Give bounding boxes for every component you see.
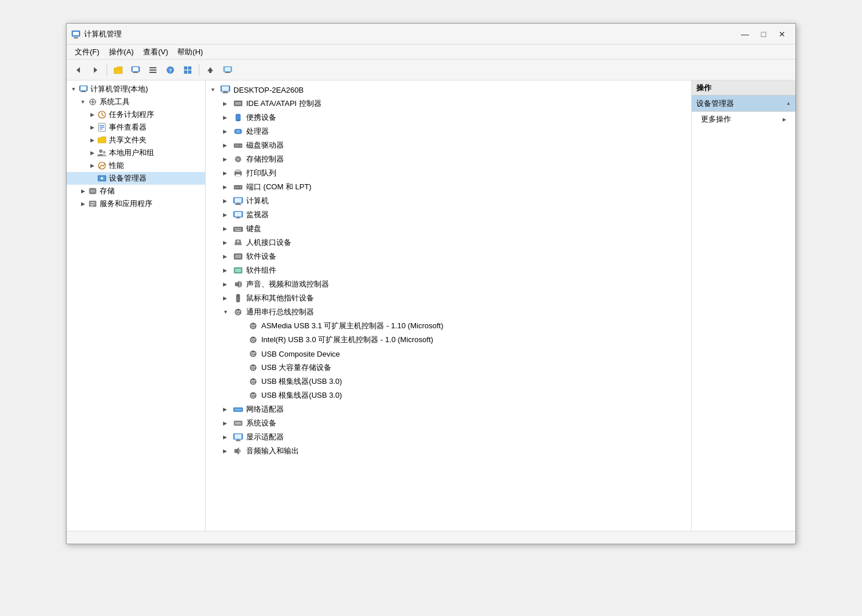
center-display[interactable]: ▶ 显示适配器 <box>206 430 691 444</box>
forward-button[interactable] <box>87 62 104 78</box>
root-expand-icon: ▼ <box>69 85 78 94</box>
disk-label: 磁盘驱动器 <box>246 140 284 151</box>
center-usb-composite[interactable]: USB Composite Device <box>206 347 691 361</box>
task-icon <box>97 109 107 120</box>
system-tools-expand: ▼ <box>78 97 87 107</box>
svg-point-41 <box>99 149 103 153</box>
sidebar-task-scheduler[interactable]: ▶ 任务计划程序 <box>67 108 205 121</box>
services-icon <box>87 199 98 209</box>
disk-expand: ▶ <box>223 142 231 148</box>
sidebar-storage[interactable]: ▶ 存储 <box>67 185 205 197</box>
svg-rect-98 <box>235 255 241 258</box>
svg-rect-126 <box>235 409 242 410</box>
center-root-label: DESKTOP-2EA260B <box>233 86 304 94</box>
svg-rect-90 <box>233 227 243 232</box>
svg-rect-54 <box>222 86 229 91</box>
center-mouse[interactable]: ▶ 鼠标和其他指针设备 <box>206 291 691 305</box>
sidebar-device-manager[interactable]: 设备管理器 <box>67 172 205 185</box>
toolbar-sep-2 <box>199 64 199 76</box>
center-cpu[interactable]: ▶ 处理器 <box>206 124 691 138</box>
keyboard-icon <box>232 223 244 234</box>
svg-rect-87 <box>235 212 242 217</box>
svg-marker-101 <box>235 281 239 288</box>
svg-rect-60 <box>237 120 239 121</box>
svg-rect-85 <box>235 204 241 206</box>
center-storage-ctrl[interactable]: ▶ 存储控制器 <box>206 152 691 166</box>
action-device-manager[interactable]: 设备管理器 ▲ <box>692 96 795 112</box>
center-usb-mass-storage[interactable]: USB 大容量存储设备 <box>206 361 691 375</box>
svg-point-108 <box>251 326 253 328</box>
center-usb-controller[interactable]: ▼ 通用串行总线控制器 <box>206 305 691 319</box>
center-system-devices[interactable]: ▶ 系统设备 <box>206 416 691 430</box>
svg-marker-20 <box>207 67 213 71</box>
action-more[interactable]: 更多操作 ▶ <box>692 112 795 127</box>
svg-rect-94 <box>240 228 241 229</box>
close-button[interactable]: ✕ <box>773 27 791 41</box>
menu-view[interactable]: 查看(V) <box>140 46 171 58</box>
sidebar-event-viewer[interactable]: ▶ 事件查看器 <box>67 121 205 134</box>
center-usb-hub-1[interactable]: USB 根集线器(USB 3.0) <box>206 375 691 388</box>
sidebar-local-users[interactable]: ▶ 本地用户和组 <box>67 146 205 159</box>
titlebar-controls: — □ ✕ <box>736 27 791 41</box>
svg-rect-12 <box>149 69 156 71</box>
sidebar-performance[interactable]: ▶ 性能 <box>67 159 205 172</box>
back-button[interactable] <box>70 62 86 78</box>
help-button[interactable]: ? <box>162 62 178 78</box>
svg-rect-3 <box>74 38 78 38</box>
svg-rect-51 <box>90 204 95 205</box>
computer-label: 计算机 <box>246 196 269 206</box>
svg-rect-121 <box>254 382 255 383</box>
center-root[interactable]: ▼ DESKTOP-2EA260B <box>206 83 691 97</box>
view-button[interactable] <box>180 62 196 78</box>
users-expand: ▶ <box>87 148 97 157</box>
minimize-button[interactable]: — <box>736 27 754 41</box>
svg-rect-55 <box>224 91 227 93</box>
asmedia-icon <box>247 320 259 332</box>
cpu-label: 处理器 <box>246 126 269 137</box>
center-portable[interactable]: ▶ 便携设备 <box>206 111 691 124</box>
svg-rect-39 <box>100 127 104 128</box>
svg-point-42 <box>103 151 106 154</box>
center-disk[interactable]: ▶ 磁盘驱动器 <box>206 138 691 152</box>
monitor-button[interactable] <box>220 62 236 78</box>
asmedia-label: ASMedia USB 3.1 可扩展主机控制器 - 1.10 (Microso… <box>261 321 443 331</box>
center-audio-io[interactable]: ▶ 音频输入和输出 <box>206 444 691 458</box>
center-audio[interactable]: ▶ 声音、视频和游戏控制器 <box>206 277 691 291</box>
center-monitor[interactable]: ▶ 监视器 <box>206 208 691 222</box>
titlebar: 计算机管理 — □ ✕ <box>67 24 795 45</box>
center-computer[interactable]: ▶ 计算机 <box>206 194 691 208</box>
svg-point-79 <box>235 187 236 188</box>
usb-hub1-icon <box>247 376 259 387</box>
display-label: 显示适配器 <box>246 432 284 442</box>
menu-action[interactable]: 操作(A) <box>105 46 137 58</box>
action-more-label: 更多操作 <box>701 114 731 124</box>
sw-device-label: 软件设备 <box>246 251 276 262</box>
center-ide[interactable]: ▶ IDE ATA/ATAPI 控制器 <box>206 97 691 111</box>
svg-rect-58 <box>235 102 241 105</box>
center-network[interactable]: ▶ 网络适配器 <box>206 402 691 416</box>
center-keyboard[interactable]: ▶ 键盘 <box>206 222 691 236</box>
center-usb-hub-2[interactable]: USB 根集线器(USB 3.0) <box>206 388 691 402</box>
list-button[interactable] <box>145 62 161 78</box>
folder-button[interactable] <box>110 62 126 78</box>
center-software-device[interactable]: ▶ 软件设备 <box>206 250 691 263</box>
center-print[interactable]: ▶ 打印队列 <box>206 166 691 180</box>
center-asmedia-usb[interactable]: ASMedia USB 3.1 可扩展主机控制器 - 1.10 (Microso… <box>206 319 691 333</box>
center-software-component[interactable]: ▶ 软件组件 <box>206 263 691 277</box>
menu-file[interactable]: 文件(F) <box>71 46 103 58</box>
sidebar-system-tools[interactable]: ▼ 系统工具 <box>67 96 205 108</box>
center-hid[interactable]: ▶ 人机接口设备 <box>206 236 691 250</box>
display-icon <box>232 431 244 443</box>
computer-button[interactable] <box>127 62 144 78</box>
mouse-icon <box>232 292 244 304</box>
actions-header: 操作 <box>692 80 795 96</box>
svg-rect-11 <box>149 67 156 68</box>
sidebar-root[interactable]: ▼ 计算机管理(本地) <box>67 83 205 96</box>
menu-help[interactable]: 帮助(H) <box>174 46 206 58</box>
sidebar-services[interactable]: ▶ 服务和应用程序 <box>67 197 205 210</box>
center-intel-usb[interactable]: Intel(R) USB 3.0 可扩展主机控制器 - 1.0 (Microso… <box>206 333 691 347</box>
center-ports[interactable]: ▶ 端口 (COM 和 LPT) <box>206 180 691 194</box>
sidebar-shared-folders[interactable]: ▶ 共享文件夹 <box>67 134 205 146</box>
up-arrow-button[interactable] <box>202 62 218 78</box>
maximize-button[interactable]: □ <box>755 27 772 41</box>
